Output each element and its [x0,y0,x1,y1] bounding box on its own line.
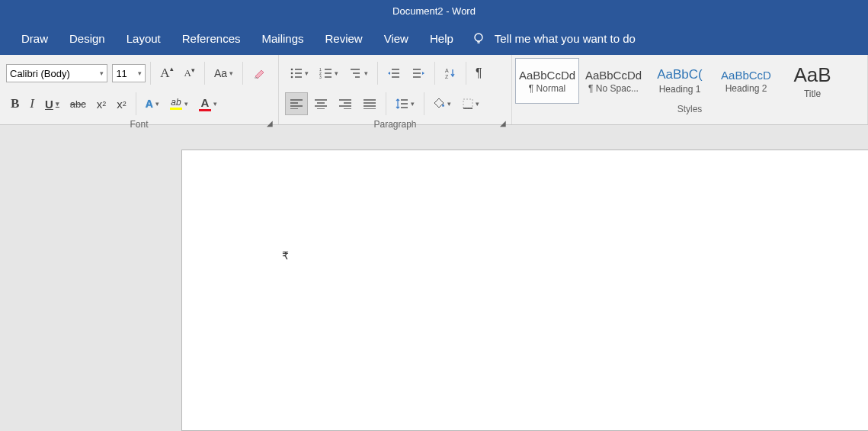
font-family-select[interactable]: Calibri (Body) ▾ [6,64,107,82]
svg-point-1 [291,69,293,71]
bold-button[interactable]: B [6,92,24,115]
group-label-paragraph: Paragraph ◢ [279,119,511,130]
shading-button[interactable]: ▾ [429,92,456,115]
group-label-font: Font ◢ [0,119,278,130]
decrease-indent-button[interactable] [383,62,405,85]
separator [150,62,151,85]
subscript-button[interactable]: x2 [92,92,111,115]
group-paragraph: ▾ 123 ▾ ▾ AZ [279,55,512,124]
separator [377,62,378,85]
chevron-down-icon: ▾ [335,69,338,77]
tab-mailings[interactable]: Mailings [251,22,314,55]
style-heading-2[interactable]: AaBbCcD Heading 2 [714,58,778,104]
highlight-color-swatch [170,108,182,110]
separator [434,62,435,85]
chevron-down-icon: ▾ [155,100,159,108]
separator [466,62,466,85]
chevron-down-icon: ▾ [229,69,233,77]
style-heading-1[interactable]: AaBbC( Heading 1 [648,58,712,104]
bullets-button[interactable]: ▾ [285,62,313,85]
separator [242,62,243,85]
justify-button[interactable] [358,92,381,115]
tab-view[interactable]: View [373,22,419,55]
style-sample: AaBbCcDd [519,69,575,82]
clear-formatting-button[interactable] [248,62,272,85]
line-spacing-button[interactable]: ▾ [391,92,419,115]
lightbulb-icon [472,32,485,46]
separator [424,92,424,115]
underline-button[interactable]: U▾ [40,92,64,115]
align-left-button[interactable] [285,92,308,115]
style-normal[interactable]: AaBbCcDd ¶ Normal [515,58,579,104]
chevron-down-icon: ▾ [411,100,415,108]
style-name: ¶ Normal [529,83,565,94]
tab-references[interactable]: References [171,22,251,55]
style-sample: AaB [793,63,831,87]
show-marks-button[interactable]: ¶ [471,62,487,85]
title-bar: Document2 - Word [0,0,868,22]
svg-point-2 [291,72,293,75]
chevron-down-icon: ▾ [138,69,142,77]
tab-help[interactable]: Help [419,22,464,55]
shrink-font-button[interactable]: A▾ [180,62,200,85]
multilevel-list-button[interactable]: ▾ [344,62,373,85]
style-sample: AaBbCcD [721,69,771,82]
italic-button[interactable]: I [25,92,39,115]
svg-text:3: 3 [319,75,322,79]
styles-gallery[interactable]: AaBbCcDd ¶ Normal AaBbCcDd ¶ No Spac... … [512,55,867,104]
group-label-styles: Styles [512,104,867,119]
window-title: Document2 - Word [392,5,476,17]
svg-text:A: A [445,68,449,73]
chevron-down-icon: ▾ [364,69,368,77]
font-size-select[interactable]: 11 ▾ [112,64,146,82]
group-font: Calibri (Body) ▾ 11 ▾ A▴ A▾ Aa▾ B [0,55,279,124]
strikethrough-button[interactable]: abc [66,92,91,115]
borders-button[interactable]: ▾ [457,92,484,115]
font-color-swatch [199,109,211,111]
dialog-launcher-icon[interactable]: ◢ [264,117,275,128]
style-sample: AaBbCcDd [585,69,642,82]
document-page[interactable]: ₹ [181,150,868,431]
align-center-button[interactable] [309,92,332,115]
group-styles: AaBbCcDd ¶ Normal AaBbCcDd ¶ No Spac... … [512,55,868,124]
style-sample: AaBbC( [657,67,703,82]
tell-me[interactable]: Tell me what you want to do [472,32,636,46]
numbering-button[interactable]: 123 ▾ [315,62,343,85]
style-name: ¶ No Spac... [588,83,639,94]
style-name: Title [804,88,821,99]
tab-draw[interactable]: Draw [11,22,59,55]
svg-text:Z: Z [445,74,449,79]
tab-layout[interactable]: Layout [116,22,171,55]
chevron-down-icon: ▾ [447,100,451,108]
style-name: Heading 1 [659,84,701,95]
separator [386,92,386,115]
sort-button[interactable]: AZ [440,62,461,85]
separator [136,92,136,115]
font-color-button[interactable]: A ▾ [194,92,222,115]
chevron-down-icon: ▾ [184,100,188,108]
chevron-down-icon: ▾ [213,100,217,108]
chevron-down-icon: ▾ [305,69,309,77]
grow-font-button[interactable]: A▴ [155,62,178,85]
ribbon: Calibri (Body) ▾ 11 ▾ A▴ A▾ Aa▾ B [0,55,868,125]
chevron-down-icon: ▾ [100,69,104,77]
style-title[interactable]: AaB Title [780,58,844,104]
align-right-button[interactable] [334,92,357,115]
font-family-value: Calibri (Body) [10,68,70,79]
change-case-button[interactable]: Aa▾ [210,62,238,85]
style-no-spacing[interactable]: AaBbCcDd ¶ No Spac... [581,58,645,104]
tab-design[interactable]: Design [59,22,116,55]
style-name: Heading 2 [725,83,767,94]
increase-indent-button[interactable] [407,62,430,85]
separator [204,62,205,85]
superscript-button[interactable]: x2 [112,92,131,115]
text-effects-button[interactable]: A ▾ [141,92,164,115]
tab-review[interactable]: Review [315,22,373,55]
dialog-launcher-icon[interactable]: ◢ [498,117,508,128]
highlight-button[interactable]: ab ▾ [165,92,193,115]
tell-me-label: Tell me what you want to do [495,32,636,45]
chevron-down-icon: ▾ [56,100,59,108]
svg-rect-9 [463,99,472,108]
chevron-down-icon: ▾ [476,100,479,108]
svg-point-0 [475,34,482,41]
